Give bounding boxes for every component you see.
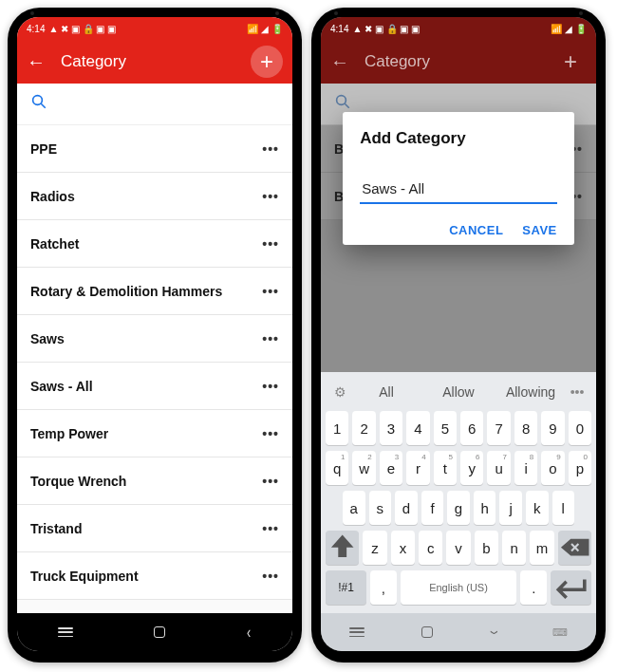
key-l[interactable]: l <box>552 491 575 525</box>
enter-key[interactable] <box>551 570 591 605</box>
key-4[interactable]: 4 <box>406 411 429 445</box>
more-icon[interactable]: ••• <box>262 426 279 441</box>
more-icon[interactable]: ••• <box>262 521 279 536</box>
nav-bar: ‹ <box>17 613 292 651</box>
home-icon[interactable] <box>421 626 433 638</box>
list-item-label: Saws <box>30 331 65 346</box>
add-button[interactable]: + <box>251 46 283 78</box>
key-b[interactable]: b <box>475 531 498 565</box>
list-item[interactable]: Truck Equipment••• <box>17 552 292 600</box>
more-icon[interactable]: ••• <box>262 284 279 299</box>
search-icon <box>30 93 47 115</box>
comma-key[interactable]: , <box>370 570 397 605</box>
suggestion[interactable]: Allowing <box>495 384 567 400</box>
list-item-label: Tristand <box>30 521 82 536</box>
recents-icon[interactable] <box>58 627 73 637</box>
search-bar[interactable] <box>17 84 292 125</box>
more-icon[interactable]: ••• <box>262 331 279 346</box>
list-item-label: Truck Equipment <box>30 569 139 584</box>
more-icon[interactable]: ••• <box>262 379 279 394</box>
key-j[interactable]: j <box>499 491 522 525</box>
key-q[interactable]: q1 <box>326 451 348 485</box>
key-x[interactable]: x <box>391 531 415 565</box>
period-key[interactable]: . <box>520 570 547 605</box>
more-suggestions-icon[interactable]: ••• <box>567 384 588 400</box>
more-icon[interactable]: ••• <box>566 189 583 204</box>
list-item-label: Rotary & Demolition Hammers <box>30 284 222 299</box>
key-u[interactable]: u7 <box>487 451 510 485</box>
symbols-key[interactable]: !#1 <box>326 570 366 605</box>
more-icon[interactable]: ••• <box>262 189 279 204</box>
suggestion[interactable]: All <box>350 384 422 400</box>
key-k[interactable]: k <box>526 491 549 525</box>
list-item[interactable]: Saws••• <box>17 315 292 363</box>
more-icon[interactable]: ••• <box>262 569 279 584</box>
app-bar: ← Category + <box>17 40 292 84</box>
more-icon[interactable]: ••• <box>566 141 583 157</box>
page-title: Category <box>61 52 251 71</box>
key-i[interactable]: i8 <box>514 451 537 485</box>
key-2[interactable]: 2 <box>352 411 375 445</box>
list-item[interactable]: Tristand••• <box>17 505 292 552</box>
list-item-label: PPE <box>30 141 57 157</box>
key-o[interactable]: o9 <box>541 451 564 485</box>
key-m[interactable]: m <box>530 531 553 565</box>
key-r[interactable]: r4 <box>406 451 429 485</box>
soft-keyboard: ⚙ All Allow Allowing ••• 1234567890 q1w2… <box>321 372 596 613</box>
list-item[interactable]: Saws - All••• <box>17 363 292 410</box>
backspace-key[interactable] <box>558 531 591 565</box>
key-w[interactable]: w2 <box>352 451 375 485</box>
shift-key[interactable] <box>326 531 359 565</box>
keyboard-hide-icon[interactable]: ‹ <box>483 630 503 634</box>
more-icon[interactable]: ••• <box>262 236 279 252</box>
list-item[interactable]: Torque Wrench••• <box>17 457 292 505</box>
suggestion[interactable]: Allow <box>422 384 495 400</box>
list-item-label: B <box>334 141 344 157</box>
svg-line-1 <box>41 103 46 108</box>
back-icon[interactable]: ← <box>27 51 46 73</box>
list-item-label: Radios <box>30 189 75 204</box>
list-item[interactable]: Temp Power••• <box>17 410 292 457</box>
key-t[interactable]: t5 <box>434 451 457 485</box>
key-v[interactable]: v <box>446 531 470 565</box>
list-item[interactable]: B••• <box>321 125 596 173</box>
back-icon[interactable]: ← <box>330 51 349 73</box>
key-8[interactable]: 8 <box>514 411 537 445</box>
space-key[interactable]: English (US) <box>401 570 517 605</box>
key-p[interactable]: p0 <box>569 451 591 485</box>
key-g[interactable]: g <box>447 491 470 525</box>
list-item-label: Temp Power <box>30 426 108 441</box>
key-f[interactable]: f <box>421 491 444 525</box>
more-icon[interactable]: ••• <box>262 474 279 489</box>
keyboard-settings-icon[interactable]: ⚙ <box>329 384 350 400</box>
home-icon[interactable] <box>154 626 165 638</box>
recents-icon[interactable] <box>349 627 365 637</box>
key-e[interactable]: e3 <box>380 451 402 485</box>
key-a[interactable]: a <box>343 491 365 525</box>
key-3[interactable]: 3 <box>380 411 402 445</box>
key-7[interactable]: 7 <box>487 411 510 445</box>
key-h[interactable]: h <box>474 491 496 525</box>
key-0[interactable]: 0 <box>569 411 591 445</box>
key-5[interactable]: 5 <box>434 411 457 445</box>
key-y[interactable]: y6 <box>460 451 483 485</box>
key-z[interactable]: z <box>363 531 386 565</box>
list-item[interactable]: PPE••• <box>17 125 292 173</box>
search-bar[interactable] <box>321 84 596 125</box>
key-n[interactable]: n <box>502 531 526 565</box>
add-button[interactable]: + <box>554 46 587 78</box>
key-9[interactable]: 9 <box>541 411 564 445</box>
key-c[interactable]: c <box>419 531 442 565</box>
more-icon[interactable]: ••• <box>262 141 279 157</box>
phone-left: 4:14▲ ✖ ▣ 🔒 ▣ ▣ 📶 ◢ 🔋 ← Category + PPE••… <box>8 8 302 663</box>
list-item[interactable]: Batteries••• <box>321 173 596 220</box>
list-item[interactable]: Ratchet••• <box>17 220 292 268</box>
keyboard-switch-icon[interactable]: ⌨ <box>552 626 568 639</box>
list-item[interactable]: Rotary & Demolition Hammers••• <box>17 268 292 315</box>
key-1[interactable]: 1 <box>326 411 348 445</box>
key-d[interactable]: d <box>395 491 418 525</box>
list-item[interactable]: Radios••• <box>17 173 292 220</box>
key-s[interactable]: s <box>369 491 392 525</box>
key-6[interactable]: 6 <box>460 411 483 445</box>
back-nav-icon[interactable]: ‹ <box>247 623 251 643</box>
